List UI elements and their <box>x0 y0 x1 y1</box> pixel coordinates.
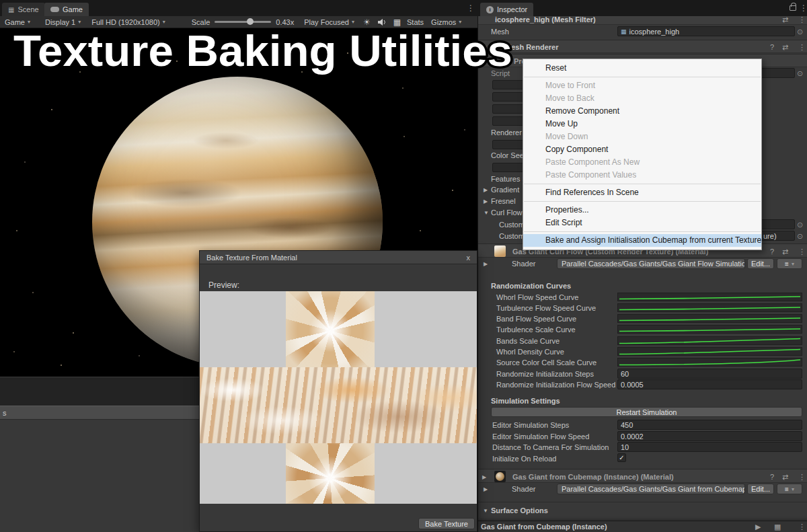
gizmos-dropdown[interactable]: Gizmos ▾ <box>428 17 465 28</box>
shader-edit-button[interactable]: Edit... <box>747 258 774 269</box>
randomize-flow-label: Randomize Initialization Flow Speed <box>496 381 615 389</box>
mesh-filter-header[interactable]: icosphere_high (Mesh Filter) ⇄ ⋮ <box>478 16 807 25</box>
foldout-icon[interactable]: ▼ <box>482 44 488 50</box>
scale-slider-thumb[interactable] <box>247 18 254 25</box>
randomize-steps-value: 60 <box>621 370 629 378</box>
vsync-grid-icon[interactable]: ▦ <box>393 17 401 27</box>
shader-edit-button[interactable]: Edit... <box>747 484 774 494</box>
menu-item-copy-component[interactable]: Copy Component <box>523 143 761 156</box>
curve-field[interactable] <box>617 347 802 356</box>
curl-flow-foldout-label[interactable]: Curl Flow <box>491 208 522 217</box>
menu-item-find-references[interactable]: Find References In Scene <box>523 186 761 199</box>
sim-row-field[interactable]: 450 <box>617 420 802 430</box>
randomize-flow-field[interactable]: 0.0005 <box>617 379 802 389</box>
display-label: Display 1 <box>45 18 75 26</box>
menu-item-move-up[interactable]: Move Up <box>523 118 761 130</box>
randomize-steps-field[interactable]: 60 <box>617 369 802 379</box>
curve-label: Bands Scale Curve <box>496 337 560 345</box>
tab-game[interactable]: Game <box>44 3 89 16</box>
curve-field[interactable] <box>617 325 802 334</box>
object-picker-icon[interactable]: ⊙ <box>797 232 803 241</box>
restart-simulation-button[interactable]: Restart Simulation <box>491 407 802 417</box>
presets-icon[interactable]: ⇄ <box>782 16 788 24</box>
foldout-icon[interactable]: ▼ <box>483 508 488 514</box>
kebab-icon[interactable]: ⋮ <box>798 16 806 24</box>
menu-item-properties[interactable]: Properties... <box>523 204 761 217</box>
gradient-foldout-label[interactable]: Gradient <box>491 186 519 194</box>
material-preview-bar[interactable]: Gas Giant from Cubemap (Instance) ▶ ▦ ⋮ <box>478 521 807 532</box>
kebab-icon[interactable]: ⋮ <box>798 43 806 52</box>
kebab-icon[interactable]: ⋮ <box>798 473 806 482</box>
foldout-icon[interactable]: ▼ <box>482 59 488 65</box>
material2-header[interactable]: ▶ Gas Giant from Cubemap (Instance) (Mat… <box>478 469 807 483</box>
scale-slider[interactable] <box>215 21 271 23</box>
presets-icon[interactable]: ⇄ <box>782 473 788 482</box>
shader-options-button[interactable]: ≡ ▾ <box>777 484 802 494</box>
tab-scene-label: Scene <box>17 5 38 13</box>
features-seed-label: Features S <box>491 175 527 183</box>
cubemap-bottom-face <box>286 443 375 504</box>
play-focused-dropdown[interactable]: Play Focused ▾ <box>301 17 358 28</box>
close-icon[interactable]: x <box>467 254 471 262</box>
presets-icon[interactable]: ⇄ <box>782 248 788 256</box>
curve-field[interactable] <box>617 314 802 323</box>
curve-field[interactable] <box>617 336 802 345</box>
stats-button[interactable]: Stats <box>407 18 424 26</box>
tab-scene[interactable]: ▦ Scene <box>2 3 45 16</box>
curve-field[interactable] <box>617 293 802 301</box>
shader-dropdown[interactable]: Parallel Cascades/Gas Giants/Gas Giant F… <box>557 258 745 269</box>
object-picker-icon[interactable]: ⊙ <box>797 221 803 229</box>
simulation-settings-title: Simulation Settings <box>491 397 560 405</box>
bake-window-titlebar[interactable]: Bake Texture From Material x <box>200 251 477 264</box>
flare-icon[interactable]: ☀ <box>363 17 371 27</box>
surface-options-row[interactable]: ▼ Surface Options <box>478 502 807 517</box>
menu-item-edit-script[interactable]: Edit Script <box>523 217 761 229</box>
mesh-renderer-header[interactable]: ▼ ▦ Mesh Renderer ? ⇄ ⋮ <box>478 40 807 53</box>
foldout-icon[interactable]: ▼ <box>484 210 489 216</box>
kebab-icon[interactable]: ⋮ <box>798 523 806 531</box>
menu-item-bake-and-assign-cubemap[interactable]: Bake and Assign Initialisation Cubemap f… <box>523 234 761 247</box>
object-picker-icon[interactable]: ⊙ <box>797 69 803 78</box>
foldout-icon[interactable]: ▶ <box>482 474 486 480</box>
help-icon[interactable]: ? <box>770 43 774 51</box>
resolution-label: Full HD (1920x1080) <box>91 18 160 26</box>
help-icon[interactable]: ? <box>770 473 774 481</box>
curve-field[interactable] <box>617 303 802 312</box>
curve-label: Band Flow Speed Curve <box>496 315 576 323</box>
scale-label: Scale <box>192 18 210 26</box>
preview-grid-icon[interactable]: ▦ <box>774 523 781 531</box>
mute-audio-icon[interactable] <box>377 18 387 26</box>
sim-row-field[interactable]: 0.0002 <box>617 431 802 441</box>
randomize-steps-label: Randomize Initializaton Steps <box>496 370 594 378</box>
menu-item-remove-component[interactable]: Remove Component <box>523 105 761 118</box>
menu-item-paste-component-values: Paste Component Values <box>523 169 761 182</box>
game-view-menu-icon[interactable]: ⋮ <box>467 3 475 13</box>
game-aspect-dropdown[interactable]: Game ▾ <box>1 17 34 28</box>
kebab-icon[interactable]: ⋮ <box>798 248 806 256</box>
preview-sphere-icon[interactable]: ▶ <box>755 523 761 531</box>
menu-item-reset[interactable]: Reset <box>523 62 761 75</box>
curve-field[interactable] <box>617 358 802 367</box>
foldout-icon[interactable]: ▶ <box>484 486 488 492</box>
component-enabled-checkbox[interactable]: ✓ <box>501 56 510 65</box>
resolution-dropdown[interactable]: Full HD (1920x1080) ▾ <box>88 17 169 28</box>
foldout-icon[interactable]: ▶ <box>484 187 488 193</box>
init-on-reload-checkbox[interactable]: ✓ <box>617 453 626 462</box>
presets-icon[interactable]: ⇄ <box>782 43 788 52</box>
lock-icon[interactable] <box>790 5 796 11</box>
object-picker-icon[interactable]: ⊙ <box>797 28 803 36</box>
foldout-icon[interactable]: ▶ <box>484 261 488 267</box>
fresnel-foldout-label[interactable]: Fresnel <box>491 197 516 205</box>
sim-row-field[interactable]: 10 <box>617 442 802 452</box>
help-icon[interactable]: ? <box>770 248 774 256</box>
bake-texture-button[interactable]: Bake Texture <box>418 518 475 529</box>
tab-inspector[interactable]: i Inspector <box>480 3 533 16</box>
shader-dropdown[interactable]: Parallel Cascades/Gas Giants/Gas Giant f… <box>557 484 745 494</box>
mesh-object-field[interactable]: ▦ icosphere_high <box>617 26 795 36</box>
inspector-menu-icon[interactable]: ⋮ <box>800 3 807 13</box>
foldout-icon[interactable]: ▶ <box>484 198 488 204</box>
display-dropdown[interactable]: Display 1 ▾ <box>42 17 84 28</box>
shader-options-button[interactable]: ≡ ▾ <box>777 258 802 269</box>
sim-row-value: 10 <box>621 443 629 451</box>
curve-label: Turbulence Flow Speed Curve <box>496 304 596 312</box>
